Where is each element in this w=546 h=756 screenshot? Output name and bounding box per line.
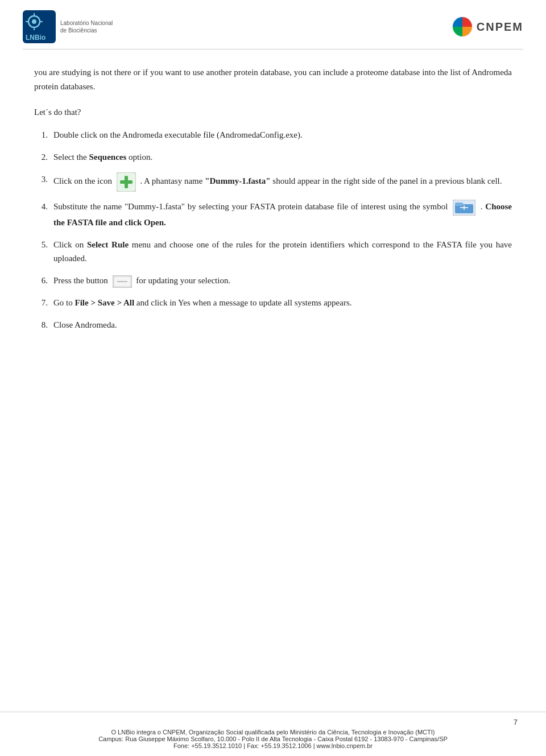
step-2-number: 2. [34, 150, 50, 164]
header: LNBio Laboratório Nacional de Biociência… [0, 0, 546, 49]
small-btn-icon [113, 275, 132, 288]
step-8: 8. Close Andromeda. [34, 318, 512, 332]
lnbio-logo-icon: LNBio [23, 10, 56, 43]
svg-text:LNBio: LNBio [26, 34, 46, 42]
step-5-number: 5. [34, 238, 50, 252]
step-6-content: Press the button for updating your selec… [53, 274, 512, 288]
step-4-content: Substitute the name "Dummy-1.fasta" by s… [53, 200, 512, 230]
step-1: 1. Double click on the Andromeda executa… [34, 128, 512, 142]
lnbio-logo-text: Laboratório Nacional de Biociências [60, 19, 113, 34]
step-8-content: Close Andromeda. [53, 318, 512, 332]
main-content: you are studying is not there or if you … [0, 49, 546, 351]
footer-line1: O LNBio integra o CNPEM, Organização Soc… [23, 729, 523, 736]
step-8-number: 8. [34, 318, 50, 332]
lnbio-sub1: Laboratório Nacional [60, 19, 113, 27]
step-1-content: Double click on the Andromeda executable… [53, 128, 512, 142]
step-7-number: 7. [34, 296, 50, 310]
step-7-content: Go to File > Save > All and click in Yes… [53, 296, 512, 310]
step-4-number: 4. [34, 200, 50, 214]
page-container: LNBio Laboratório Nacional de Biociência… [0, 0, 546, 756]
step-6: 6. Press the button for updating your se… [34, 274, 512, 288]
lets-text: Let´s do that? [34, 105, 512, 119]
green-plus-icon [117, 172, 136, 192]
svg-point-2 [32, 19, 36, 24]
step-3-content: Click on the icon . A phantasy name "Dum… [53, 172, 512, 192]
step-5: 5. Click on Select Rule menu and choose … [34, 238, 512, 266]
blue-folder-icon [453, 200, 475, 216]
header-left: LNBio Laboratório Nacional de Biociência… [23, 10, 113, 43]
footer-line2: Campus: Rua Giuseppe Máximo Scolfaro, 10… [23, 736, 523, 742]
step-5-content: Click on Select Rule menu and choose one… [53, 238, 512, 266]
footer-page-number: 7 [23, 718, 523, 726]
cnpem-logo: CNPEM [452, 16, 523, 38]
step-1-number: 1. [34, 128, 50, 142]
step-3: 3. Click on the icon . A phantasy name "… [34, 172, 512, 192]
footer: 7 O LNBio integra o CNPEM, Organização S… [0, 712, 546, 756]
header-right: CNPEM [452, 16, 523, 38]
step-3-number: 3. [34, 172, 50, 187]
step-4: 4. Substitute the name "Dummy-1.fasta" b… [34, 200, 512, 230]
lnbio-logo: LNBio Laboratório Nacional de Biociência… [23, 10, 113, 43]
step-6-number: 6. [34, 274, 50, 288]
step-7: 7. Go to File > Save > All and click in … [34, 296, 512, 310]
intro-text: you are studying is not there or if you … [34, 65, 512, 94]
footer-line3: Fone: +55.19.3512.1010 | Fax: +55.19.351… [23, 742, 523, 749]
step-2: 2. Select the Sequences option. [34, 150, 512, 164]
svg-rect-11 [120, 180, 133, 184]
cnpem-label: CNPEM [477, 20, 523, 34]
step-list: 1. Double click on the Andromeda executa… [34, 128, 512, 332]
svg-rect-14 [455, 203, 463, 206]
step-2-content: Select the Sequences option. [53, 150, 512, 164]
lnbio-sub2: de Biociências [60, 27, 113, 34]
cnpem-logo-icon [452, 16, 473, 38]
